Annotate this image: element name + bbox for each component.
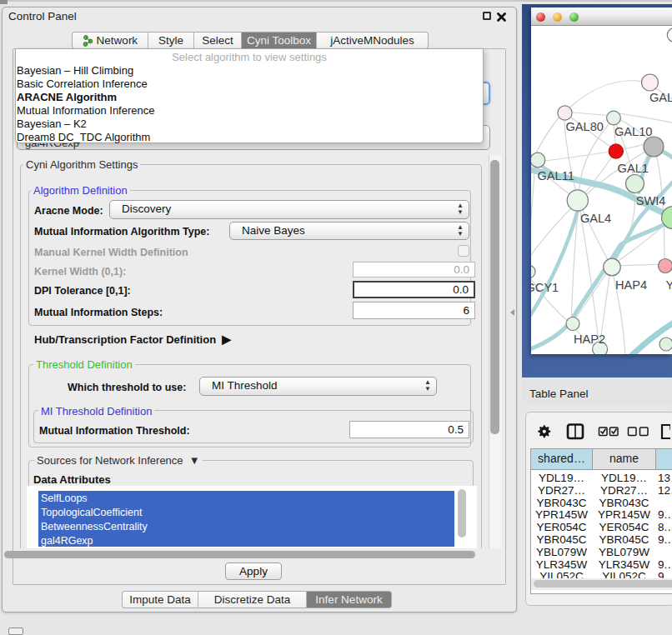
svg-text:HAP2: HAP2: [574, 332, 605, 346]
svg-text:GAL80: GAL80: [566, 120, 604, 133]
svg-text:GCY1: GCY1: [531, 281, 559, 294]
svg-text:SWI4: SWI4: [636, 194, 666, 208]
svg-text:GAL11: GAL11: [538, 169, 574, 182]
svg-text:GAL1: GAL1: [618, 162, 649, 175]
svg-text:YML: YML: [666, 278, 672, 292]
svg-text:GAL2: GAL2: [649, 91, 672, 104]
svg-text:HAP4: HAP4: [615, 278, 647, 292]
svg-text:GAL4: GAL4: [580, 212, 611, 225]
svg-text:GAL10: GAL10: [614, 125, 652, 138]
